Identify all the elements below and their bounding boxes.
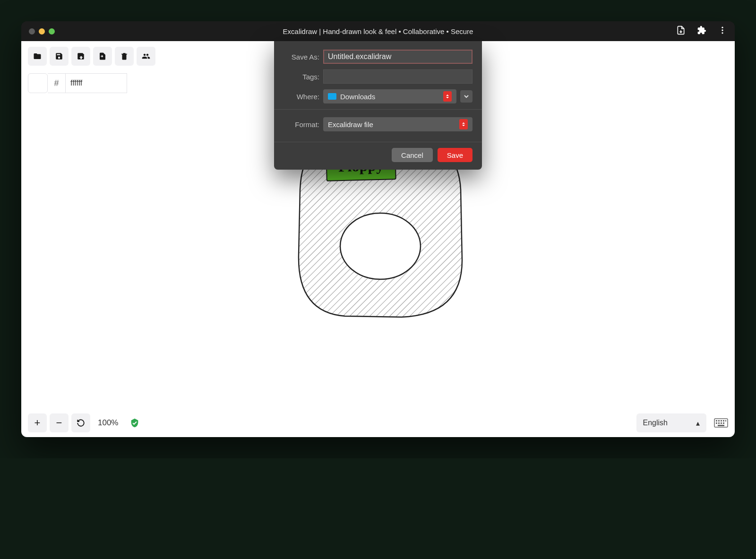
svg-rect-7 [718, 420, 720, 421]
svg-rect-12 [718, 422, 720, 424]
where-select[interactable]: Downloads [323, 89, 456, 103]
zoom-out-button[interactable]: − [50, 413, 69, 432]
open-file-button[interactable] [28, 47, 47, 66]
save-as-label: Save As: [284, 53, 323, 61]
save-button[interactable] [50, 47, 69, 66]
svg-point-2 [722, 32, 723, 34]
svg-point-1 [722, 29, 723, 31]
filename-input[interactable] [323, 50, 472, 64]
format-label: Format: [284, 120, 323, 129]
svg-rect-9 [723, 420, 724, 421]
tags-input[interactable] [323, 69, 472, 84]
color-swatch[interactable] [28, 73, 48, 93]
svg-point-4 [340, 213, 421, 279]
extensions-icon[interactable] [697, 26, 706, 37]
svg-rect-15 [718, 425, 724, 426]
app-window: Excalidraw | Hand-drawn look & feel • Co… [21, 21, 735, 437]
format-select[interactable]: Excalidraw file [323, 117, 472, 131]
delete-button[interactable] [115, 47, 134, 66]
dialog-footer: Cancel Save [274, 142, 482, 170]
titlebar: Excalidraw | Hand-drawn look & feel • Co… [21, 21, 735, 41]
minimize-window-dot[interactable] [39, 28, 45, 34]
svg-rect-11 [716, 422, 717, 424]
updown-icon [459, 119, 468, 129]
expand-button[interactable] [460, 90, 472, 103]
export-button[interactable] [93, 47, 112, 66]
svg-rect-13 [721, 422, 722, 424]
triangle-up-icon: ▴ [696, 419, 700, 428]
zoom-level: 100% [98, 418, 118, 428]
folder-icon [328, 93, 336, 100]
traffic-lights [29, 28, 55, 34]
language-select[interactable]: English ▴ [636, 413, 706, 432]
save-confirm-button[interactable]: Save [438, 148, 472, 162]
shield-icon [129, 418, 140, 428]
svg-rect-6 [716, 420, 717, 421]
collaborate-button[interactable] [137, 47, 155, 66]
save-as-button[interactable] [71, 47, 90, 66]
reset-zoom-button[interactable] [71, 413, 90, 432]
close-window-dot[interactable] [29, 28, 35, 34]
hash-label: # [48, 73, 66, 93]
where-value: Downloads [340, 93, 375, 101]
install-icon[interactable] [676, 26, 686, 37]
zoom-in-button[interactable]: + [28, 413, 47, 432]
svg-rect-8 [721, 420, 722, 421]
menu-icon[interactable] [718, 26, 727, 37]
svg-rect-14 [723, 422, 724, 424]
fullscreen-window-dot[interactable] [49, 28, 55, 34]
hex-input[interactable] [66, 73, 127, 93]
language-label: English [643, 419, 668, 427]
where-label: Where: [284, 93, 323, 101]
svg-rect-10 [725, 420, 726, 421]
cancel-button[interactable]: Cancel [392, 148, 433, 162]
bottom-toolbar: + − 100% English ▴ [21, 409, 735, 437]
save-dialog: Save As: Tags: Where: Downloads Format: [274, 41, 482, 170]
format-value: Excalidraw file [328, 120, 373, 129]
keyboard-icon[interactable] [714, 418, 728, 428]
tags-label: Tags: [284, 73, 323, 81]
window-title: Excalidraw | Hand-drawn look & feel • Co… [283, 27, 473, 35]
svg-point-0 [722, 27, 723, 28]
updown-icon [443, 91, 452, 102]
